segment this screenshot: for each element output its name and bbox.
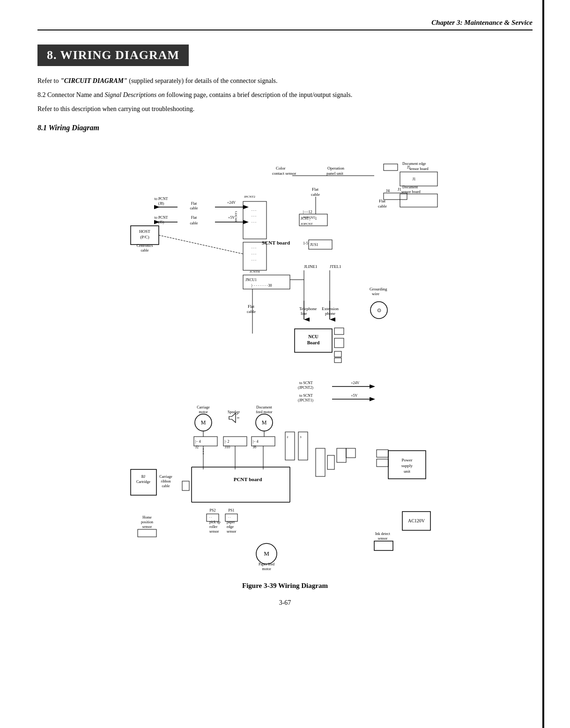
svg-text:supply: supply (401, 463, 413, 468)
page-number: 3-67 (37, 599, 533, 607)
svg-text:contact sensor: contact sensor (272, 171, 296, 176)
svg-text:|· · · · · · · · ·30: |· · · · · · · · ·30 (252, 283, 272, 288)
svg-text:cable: cable (247, 309, 256, 314)
svg-text:Flat: Flat (191, 201, 197, 206)
svg-text:· · ·: · · · (252, 208, 256, 213)
svg-text:Flat: Flat (248, 304, 255, 309)
svg-text:J2: J2 (195, 445, 199, 449)
svg-text:Centronics: Centronics (136, 244, 153, 248)
svg-text:NCU: NCU (308, 334, 318, 339)
svg-text:JOPCNT: JOPCNT (303, 215, 315, 219)
svg-text:2: 2 (287, 435, 289, 439)
svg-text:Home: Home (142, 515, 152, 520)
svg-text:+24V: +24V (227, 201, 236, 205)
svg-text:JLINE1: JLINE1 (304, 264, 318, 269)
svg-text:Ink detect: Ink detect (375, 532, 391, 536)
svg-text:roller: roller (209, 525, 218, 529)
svg-rect-150 (377, 459, 388, 467)
svg-text:· · ·: · · · (252, 246, 256, 250)
subsection-title: 8.1 Wiring Diagram (37, 124, 533, 132)
svg-text:AC120V: AC120V (407, 518, 425, 523)
svg-text:panel unit: panel unit (326, 171, 343, 176)
svg-text:(J8): (J8) (158, 201, 164, 206)
svg-text:Paper feed: Paper feed (259, 562, 274, 566)
svg-text:phone: phone (325, 311, 335, 316)
svg-text:cable: cable (311, 192, 320, 197)
svg-text:ribbon: ribbon (161, 479, 170, 483)
circuit-diagram-ref: "CIRCUIT DIAGRAM" (60, 77, 127, 84)
svg-text:pick up: pick up (209, 520, 221, 524)
svg-text:wire: wire (372, 291, 379, 296)
svg-text:Flat: Flat (191, 215, 197, 220)
svg-text:1-5: 1-5 (303, 241, 308, 245)
svg-text:J1: J1 (412, 177, 415, 181)
svg-text:Document: Document (402, 185, 418, 189)
svg-text:Operation: Operation (327, 166, 344, 171)
svg-text:Flat: Flat (312, 187, 319, 192)
svg-text:J1: J1 (398, 187, 401, 192)
svg-text:· · ·: · · · (252, 220, 256, 224)
svg-text:Power: Power (401, 458, 412, 462)
svg-text:JOPCNT: JOPCNT (301, 222, 313, 226)
svg-text:M: M (264, 550, 269, 557)
svg-text:PS1: PS1 (228, 508, 234, 513)
line1-suffix: (supplied separately) for details of the… (127, 77, 278, 84)
svg-text:to SCNT: to SCNT (299, 394, 313, 398)
signal-desc-ref: Signal Descriptions on (104, 91, 164, 98)
page-container: Chapter 3: Maintenance & Service 8. WIRI… (0, 0, 570, 728)
svg-text:cable: cable (162, 484, 170, 488)
svg-text:Extension: Extension (322, 306, 339, 311)
svg-text:JPCNT1: JPCNT1 (234, 211, 238, 223)
body-line1: Refer to "CIRCUIT DIAGRAM" (supplied sep… (37, 75, 533, 87)
svg-text:PS2: PS2 (209, 508, 215, 513)
svg-text:(JPCNT1): (JPCNT1) (298, 398, 313, 402)
svg-text:edge: edge (227, 525, 234, 529)
section-title-box: 8. WIRING DIAGRAM (37, 45, 189, 66)
body-line3: Refer to this description when carrying … (37, 104, 533, 115)
svg-text:Telephone: Telephone (299, 306, 317, 311)
wiring-diagram-svg-2: to SCNT (JPCNT2) +24V to SCNT (JPCNT1) +… (121, 376, 449, 572)
svg-text:Carriage: Carriage (197, 405, 210, 409)
svg-text:Grourding: Grourding (370, 287, 387, 291)
svg-text:Cartridge: Cartridge (136, 480, 150, 484)
svg-text:position: position (141, 520, 153, 524)
svg-marker-104 (229, 413, 236, 423)
body-line2: 8.2 Connector Name and Signal Descriptio… (37, 89, 533, 101)
svg-text:JNCU1: JNCU1 (245, 278, 257, 282)
svg-text:Document: Document (256, 405, 272, 409)
svg-text:Flat: Flat (379, 199, 386, 203)
svg-text:3: 3 (300, 435, 302, 439)
svg-text:JPCNT2: JPCNT2 (244, 195, 256, 199)
svg-text:cable: cable (141, 248, 148, 253)
svg-text:⊙: ⊙ (377, 307, 381, 313)
svg-text:+24V: +24V (351, 381, 360, 385)
svg-text:· · ·: · · · (252, 214, 256, 218)
line1-prefix: Refer to (37, 77, 60, 84)
chapter-title: Chapter 3: Maintenance & Service (431, 19, 533, 27)
figure-caption: Figure 3-39 Wiring Diagram (37, 582, 533, 590)
svg-text:Board: Board (307, 340, 319, 345)
svg-text:sensor: sensor (227, 529, 237, 534)
svg-text:cable: cable (378, 204, 387, 208)
svg-text:to PCNT: to PCNT (154, 197, 168, 201)
svg-text:Document edge: Document edge (402, 162, 426, 166)
svg-text:JCNTH: JCNTH (250, 270, 260, 274)
svg-rect-149 (377, 450, 388, 457)
svg-text:M: M (200, 419, 206, 426)
svg-text:JTEL1: JTEL1 (330, 264, 341, 269)
section-title-text: WIRING DIAGRAM (60, 48, 180, 62)
wiring-diagram-svg-1: HOST (P/C) Centronics cable to PCNT (J8)… (121, 141, 449, 366)
svg-text:sensor: sensor (209, 529, 219, 534)
svg-text:Carriage: Carriage (159, 475, 172, 479)
svg-text:J8: J8 (253, 445, 256, 449)
svg-text:J5: J5 (407, 165, 410, 170)
diagram-top: HOST (P/C) Centronics cable to PCNT (J8)… (37, 141, 533, 366)
svg-text:sensor: sensor (142, 525, 152, 529)
svg-text:(JPCNT2): (JPCNT2) (298, 386, 313, 390)
svg-rect-151 (316, 448, 325, 476)
svg-text:unit: unit (403, 469, 410, 474)
diagram-bottom: to SCNT (JPCNT2) +24V to SCNT (JPCNT1) +… (37, 376, 533, 572)
section-number: 8. (47, 48, 60, 62)
svg-text:J4: J4 (386, 188, 390, 193)
svg-text:· · ·: · · · (252, 258, 256, 262)
